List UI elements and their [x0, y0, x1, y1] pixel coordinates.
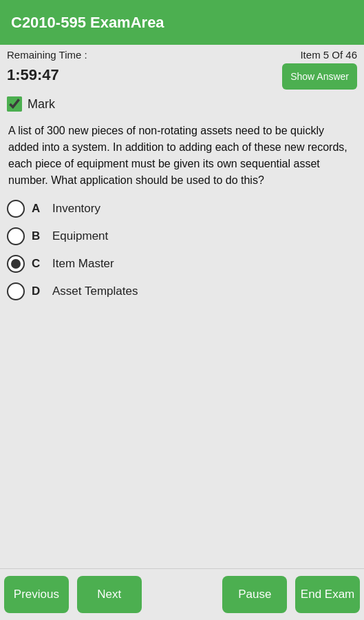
option-a[interactable]: A Inventory: [7, 200, 357, 218]
options-container: A Inventory B Equipment C Item Master D …: [0, 200, 364, 300]
remaining-time-label: Remaining Time :: [7, 49, 87, 61]
option-d-radio[interactable]: [7, 282, 25, 300]
bottom-nav: Previous Next Pause End Exam: [0, 568, 364, 620]
nav-spacer: [150, 576, 215, 613]
option-c[interactable]: C Item Master: [7, 255, 357, 273]
option-b-text: Equipment: [52, 229, 108, 243]
meta-row: Remaining Time : Item 5 Of 46: [0, 45, 364, 61]
option-c-text: Item Master: [52, 257, 114, 271]
option-d-letter: D: [32, 285, 45, 298]
mark-label[interactable]: Mark: [28, 97, 55, 112]
spacer: [0, 300, 364, 568]
option-a-text: Inventory: [52, 202, 100, 216]
option-c-letter: C: [32, 257, 45, 271]
option-d-text: Asset Templates: [52, 285, 138, 298]
pause-button[interactable]: Pause: [222, 576, 287, 613]
mark-row: Mark: [0, 94, 364, 117]
end-exam-button[interactable]: End Exam: [295, 576, 360, 613]
option-b[interactable]: B Equipment: [7, 227, 357, 245]
app-title: C2010-595 ExamArea: [11, 14, 164, 32]
option-a-letter: A: [32, 202, 45, 216]
option-b-letter: B: [32, 229, 45, 243]
option-d[interactable]: D Asset Templates: [7, 282, 357, 300]
show-answer-button[interactable]: Show Answer: [282, 63, 357, 90]
timer-display: 1:59:47: [7, 66, 59, 84]
question-text: A list of 300 new pieces of non-rotating…: [0, 117, 364, 200]
app-header: C2010-595 ExamArea: [0, 0, 364, 45]
next-button[interactable]: Next: [77, 576, 142, 613]
previous-button[interactable]: Previous: [4, 576, 69, 613]
option-b-radio[interactable]: [7, 227, 25, 245]
option-c-radio[interactable]: [7, 255, 25, 273]
item-counter: Item 5 Of 46: [300, 49, 357, 61]
option-a-radio[interactable]: [7, 200, 25, 218]
timer-row: 1:59:47 Show Answer: [0, 61, 364, 94]
mark-checkbox[interactable]: [7, 96, 22, 112]
